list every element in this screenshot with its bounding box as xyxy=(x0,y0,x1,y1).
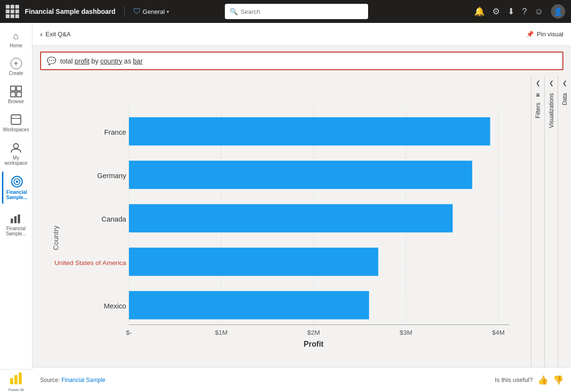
workspace-badge[interactable]: 🛡 General ▾ xyxy=(133,7,169,16)
bar-usa[interactable] xyxy=(129,248,378,276)
profit-underline: profit xyxy=(74,57,89,65)
exit-qa-button[interactable]: ‹ Exit Q&A xyxy=(40,30,71,39)
pin-icon: 📌 xyxy=(526,31,534,38)
nav-divider xyxy=(124,7,125,16)
filters-panel-tab[interactable]: ❮ ≡ Filters xyxy=(531,76,544,367)
thumbs-down-button[interactable]: 👎 xyxy=(553,375,563,385)
qa-query-display: total profit by country as bar xyxy=(60,57,557,65)
qa-header: ‹ Exit Q&A 📌 Pin visual xyxy=(32,23,571,46)
sidebar-item-workspaces[interactable]: Workspaces xyxy=(2,110,31,136)
thumbs-up-button[interactable]: 👍 xyxy=(538,375,548,385)
top-navigation: Financial Sample dashboard 🛡 General ▾ 🔍… xyxy=(0,0,571,23)
filters-menu-icon: ≡ xyxy=(536,91,539,99)
visualizations-label: Visualizations xyxy=(548,93,555,128)
visualizations-panel-tab[interactable]: ❮ Visualizations xyxy=(544,76,558,367)
pin-visual-label: Pin visual xyxy=(537,31,563,38)
svg-rect-11 xyxy=(14,216,17,223)
svg-rect-2 xyxy=(11,92,15,97)
country-label-canada: Canada xyxy=(102,215,127,223)
x-tick-0: $- xyxy=(126,329,132,336)
notification-icon[interactable]: 🔔 xyxy=(474,6,485,17)
workspace-label: General xyxy=(143,8,165,15)
vis-collapse-icon: ❮ xyxy=(549,80,554,86)
x-tick-3: $3M xyxy=(400,329,412,336)
feedback-area: Is this useful? 👍 👎 xyxy=(495,375,564,385)
data-collapse-icon: ❮ xyxy=(562,80,567,86)
data-label: Data xyxy=(561,93,568,105)
svg-point-9 xyxy=(16,180,18,183)
sidebar-item-financial-sample2[interactable]: Financial Sample... xyxy=(2,208,31,240)
search-bar[interactable]: 🔍 xyxy=(225,4,368,19)
main-layout: ⌂ Home + Create Browse Workspaces My wor… xyxy=(0,23,571,392)
powerbi-branding: Power BI xyxy=(0,369,32,392)
chart-svg-container: Country France Germany xyxy=(42,81,531,362)
sidebar-label-financial-sample2: Financial Sample... xyxy=(4,226,29,236)
svg-rect-12 xyxy=(18,214,20,223)
source-text: Source: Financial Sample xyxy=(40,377,106,383)
svg-rect-4 xyxy=(11,115,21,125)
waffle-menu-icon[interactable] xyxy=(6,5,19,18)
sidebar-label-my-workspace: My workspace xyxy=(4,155,29,166)
x-tick-1: $1M xyxy=(215,329,228,336)
download-icon[interactable]: ⬇ xyxy=(508,6,515,17)
country-underline: country xyxy=(100,57,122,65)
sidebar-label-create: Create xyxy=(9,71,23,76)
country-label-france: France xyxy=(104,128,126,136)
chart-container: Country France Germany xyxy=(32,76,531,367)
bar-underline: bar xyxy=(133,57,143,65)
svg-rect-1 xyxy=(17,86,21,91)
svg-rect-0 xyxy=(11,86,15,91)
filters-label: Filters xyxy=(535,103,541,118)
exit-qa-label: Exit Q&A xyxy=(45,31,71,38)
content-area: ‹ Exit Q&A 📌 Pin visual 💬 total profit b… xyxy=(32,23,571,392)
y-axis-label: Country xyxy=(52,225,60,250)
feedback-icon[interactable]: ☺ xyxy=(535,7,543,17)
country-label-germany: Germany xyxy=(97,172,127,180)
settings-icon[interactable]: ⚙ xyxy=(492,6,500,17)
avatar-icon: 👤 xyxy=(553,7,563,16)
source-prefix: Source: xyxy=(40,377,62,383)
my-workspace-icon xyxy=(10,142,22,154)
home-icon: ⌂ xyxy=(13,31,19,42)
nav-icons: 🔔 ⚙ ⬇ ? ☺ 👤 xyxy=(474,4,565,19)
pin-visual-button[interactable]: 📌 Pin visual xyxy=(526,31,563,38)
powerbi-logo-icon xyxy=(0,370,32,387)
browse-icon xyxy=(10,85,22,97)
sidebar-item-my-workspace[interactable]: My workspace xyxy=(2,138,31,170)
country-label-mexico: Mexico xyxy=(104,302,127,310)
svg-point-6 xyxy=(14,144,19,148)
back-arrow-icon: ‹ xyxy=(40,30,42,39)
qa-input-bar[interactable]: 💬 total profit by country as bar xyxy=(40,52,563,70)
right-panels: ❮ ≡ Filters ❮ Visualizations ❮ Data xyxy=(531,76,571,367)
bar-germany[interactable] xyxy=(129,161,472,189)
sidebar-label-home: Home xyxy=(10,43,22,48)
bar-mexico[interactable] xyxy=(129,291,369,319)
source-link[interactable]: Financial Sample xyxy=(62,377,106,383)
data-panel-tab[interactable]: ❮ Data xyxy=(558,76,571,367)
search-input[interactable] xyxy=(241,8,363,15)
footer: Source: Financial Sample Is this useful?… xyxy=(32,367,571,392)
sidebar-item-create[interactable]: + Create xyxy=(2,54,31,80)
bar-canada[interactable] xyxy=(129,204,453,233)
sidebar-label-browse: Browse xyxy=(8,99,24,104)
chevron-down-icon: ▾ xyxy=(167,9,169,14)
country-label-usa: United States of America xyxy=(54,259,127,266)
x-tick-2: $2M xyxy=(307,329,320,336)
sidebar-label-workspaces: Workspaces xyxy=(3,127,29,132)
chart-and-panels: Country France Germany xyxy=(32,76,571,367)
sidebar-item-browse[interactable]: Browse xyxy=(2,82,31,108)
chat-icon: 💬 xyxy=(47,56,56,65)
workspaces-icon xyxy=(10,114,22,126)
svg-rect-21 xyxy=(19,372,21,384)
svg-rect-3 xyxy=(17,92,21,97)
sidebar-item-home[interactable]: ⌂ Home xyxy=(2,27,31,52)
search-icon: 🔍 xyxy=(230,8,238,15)
user-avatar[interactable]: 👤 xyxy=(551,4,565,19)
svg-rect-10 xyxy=(11,219,13,223)
bar-france[interactable] xyxy=(129,117,490,146)
feedback-label: Is this useful? xyxy=(495,376,533,383)
powerbi-label: Power BI xyxy=(9,388,24,392)
sidebar-item-financial-sample[interactable]: Financial Sample... xyxy=(2,171,31,204)
x-axis-label: Profit xyxy=(304,340,324,348)
help-icon[interactable]: ? xyxy=(522,7,527,17)
